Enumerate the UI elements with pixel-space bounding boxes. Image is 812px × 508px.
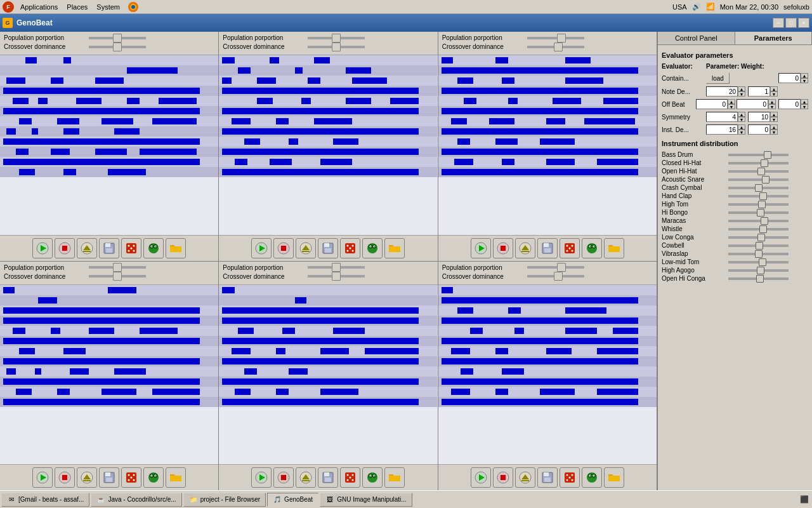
cross-slider-3[interactable] [527,46,584,48]
instrument-slider[interactable] [728,220,789,222]
instrument-slider[interactable] [728,228,789,231]
taskbar-gimp[interactable]: 🖼 GNU Image Manipulati... [320,493,412,507]
frog-button-3[interactable] [582,238,602,258]
panel-1-grid[interactable] [0,55,218,235]
play-button-6[interactable] [471,467,491,488]
play-button-5[interactable] [251,467,272,488]
spin-up-symmetry[interactable]: ▲ [738,112,745,117]
weight-contain-input[interactable] [778,73,801,83]
spin-dn-instde[interactable]: ▼ [738,130,745,135]
taskbar-gmail[interactable]: ✉ [Gmail - beats - assaf... [1,493,89,507]
instrument-slider[interactable] [728,277,789,280]
instrument-slider[interactable] [728,236,789,239]
param-offbeat-input1[interactable] [696,99,728,109]
frog-button-6[interactable] [582,467,602,488]
frog-button-5[interactable] [362,467,383,488]
weight-instde-input[interactable] [748,124,770,135]
folder-button-6[interactable] [604,467,624,488]
eject-button-6[interactable] [515,467,535,488]
tab-parameters[interactable]: Parameters [735,32,813,44]
dice-button-6[interactable] [560,467,580,488]
cross-slider-2[interactable] [308,46,365,48]
instrument-slider[interactable] [728,203,789,206]
spin-up-weight-offbeat[interactable]: ▲ [801,99,808,104]
folder-button-4[interactable] [166,467,186,488]
taskbar-java[interactable]: ☕ Java - Cocodrillo/src/e... [91,493,181,507]
weight-offbeat-input[interactable] [778,99,801,109]
spin-dn-contain[interactable]: ▼ [801,78,808,83]
play-button-3[interactable] [471,238,491,258]
spin-up-offbeat2[interactable]: ▲ [768,99,776,104]
folder-button-5[interactable] [384,467,405,488]
play-button-1[interactable] [32,238,53,258]
save-button-2[interactable] [318,238,338,258]
spin-up-notede[interactable]: ▲ [738,86,745,91]
dice-button-5[interactable] [340,467,360,488]
frog-button-1[interactable] [143,238,164,258]
minimize-button[interactable]: − [773,18,784,28]
spin-dn-offbeat1[interactable]: ▼ [728,104,735,109]
pop-slider-1[interactable] [89,37,146,39]
weight-symmetry-input[interactable] [748,112,770,122]
instrument-slider[interactable] [728,170,789,173]
play-button-4[interactable] [32,467,53,488]
load-button[interactable]: load [706,72,730,84]
instrument-slider[interactable] [728,195,789,197]
pop-slider-3[interactable] [527,37,584,39]
spin-dn-notede[interactable]: ▼ [738,91,745,97]
taskbar-genobeat[interactable]: 🎵 GenoBeat [267,493,318,507]
spin-dn-weight-instde[interactable]: ▼ [770,130,778,135]
save-button-4[interactable] [99,467,119,488]
spin-up-offbeat1[interactable]: ▲ [728,99,735,104]
save-button-3[interactable] [537,238,558,258]
instrument-slider[interactable] [728,244,789,247]
folder-button-3[interactable] [604,238,624,258]
spin-dn-weight-offbeat[interactable]: ▼ [801,104,808,109]
panel-3-grid[interactable] [438,55,657,235]
play-button-2[interactable] [251,238,272,258]
instrument-slider[interactable] [728,253,789,255]
cross-slider-5[interactable] [308,275,365,277]
taskbar-filebrowser[interactable]: 📁 project - File Browser [183,493,266,507]
dice-button-3[interactable] [560,238,580,258]
pop-slider-5[interactable] [308,266,365,269]
menu-system[interactable]: System [93,2,124,12]
menu-applications[interactable]: Applications [16,2,62,12]
instrument-slider[interactable] [728,162,789,164]
save-button-6[interactable] [537,467,558,488]
param-instde-input[interactable] [706,124,738,135]
spin-dn-offbeat2[interactable]: ▼ [768,104,776,109]
panel-6-grid[interactable] [438,285,657,465]
eject-button-3[interactable] [515,238,535,258]
instrument-slider[interactable] [728,269,789,272]
weight-notede-input[interactable] [748,86,770,97]
menu-places[interactable]: Places [63,2,91,12]
eject-button-5[interactable] [296,467,316,488]
close-button[interactable]: × [798,18,809,28]
eject-button-4[interactable] [77,467,97,488]
param-symmetry-input[interactable] [706,112,738,122]
frog-button-4[interactable] [143,467,164,488]
panel-5-grid[interactable] [219,285,437,465]
instrument-slider[interactable] [728,178,789,181]
stop-button-2[interactable] [273,238,294,258]
spin-up-weight-instde[interactable]: ▲ [770,124,778,130]
dice-button-1[interactable] [121,238,141,258]
cross-slider-6[interactable] [527,275,584,277]
stop-button-3[interactable] [493,238,513,258]
maximize-button[interactable]: □ [785,18,797,28]
save-button-1[interactable] [99,238,119,258]
stop-button-1[interactable] [55,238,75,258]
spin-dn-symmetry[interactable]: ▼ [738,117,745,122]
dice-button-2[interactable] [340,238,360,258]
stop-button-6[interactable] [493,467,513,488]
cross-slider-1[interactable] [89,46,146,48]
instrument-slider[interactable] [728,187,789,189]
spin-up-weight-symmetry[interactable]: ▲ [770,112,778,117]
panel-4-grid[interactable] [0,285,218,465]
folder-button-2[interactable] [384,238,405,258]
firefox-icon[interactable] [128,1,139,13]
instrument-slider[interactable] [728,261,789,264]
param-notede-input[interactable] [706,86,738,97]
folder-button-1[interactable] [166,238,186,258]
